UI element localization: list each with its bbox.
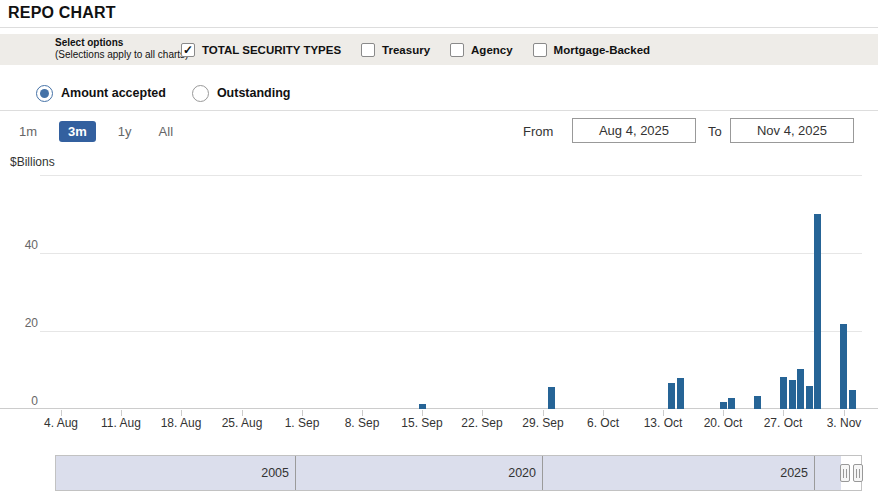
y-tick-label: 0 bbox=[8, 394, 38, 408]
range-button-row: 1m3m1yAll bbox=[14, 119, 178, 144]
select-options-line2: (Selections apply to all charts) bbox=[55, 49, 188, 61]
radio-label: Amount accepted bbox=[61, 86, 166, 100]
y-tick-label: 40 bbox=[8, 238, 38, 252]
radio-dot bbox=[40, 89, 49, 98]
x-axis-labels: 4. Aug11. Aug18. Aug25. Aug1. Sep8. Sep1… bbox=[0, 416, 878, 432]
navigator-handle-right[interactable] bbox=[853, 464, 863, 482]
checkbox-box[interactable] bbox=[533, 43, 547, 57]
navigator-year-label: 2020 bbox=[476, 456, 536, 490]
bar[interactable] bbox=[728, 398, 735, 409]
range-button-all[interactable]: All bbox=[154, 121, 178, 142]
gridline-40 bbox=[40, 253, 862, 254]
checkbox-agency[interactable]: Agency bbox=[450, 43, 513, 57]
x-tick-label: 15. Sep bbox=[401, 416, 442, 430]
bar[interactable] bbox=[840, 324, 847, 409]
gridline-60 bbox=[40, 175, 862, 176]
gridline-20 bbox=[40, 331, 862, 332]
bar[interactable] bbox=[806, 386, 813, 409]
x-tick-label: 6. Oct bbox=[587, 416, 619, 430]
to-label: To bbox=[708, 124, 722, 139]
series-toggle-row: Amount acceptedOutstanding bbox=[36, 81, 291, 105]
navigator-year-divider bbox=[542, 456, 543, 490]
checkbox-label: TOTAL SECURITY TYPES bbox=[202, 44, 341, 56]
bar[interactable] bbox=[814, 214, 821, 409]
bar[interactable] bbox=[720, 402, 727, 409]
divider bbox=[0, 27, 878, 28]
x-tick-label: 18. Aug bbox=[161, 416, 202, 430]
select-options-label: Select options (Selections apply to all … bbox=[55, 37, 188, 61]
x-tick-label: 29. Sep bbox=[522, 416, 563, 430]
navigator-year-label: 2025 bbox=[748, 456, 808, 490]
options-bar: Select options (Selections apply to all … bbox=[0, 34, 878, 65]
x-tick-label: 3. Nov bbox=[827, 416, 862, 430]
checkbox-box[interactable] bbox=[450, 43, 464, 57]
repo-chart-page: REPO CHART Select options (Selections ap… bbox=[0, 0, 878, 497]
handle-grip bbox=[843, 469, 844, 478]
checkbox-label: Mortgage-Backed bbox=[554, 44, 651, 56]
navigator-handle-left[interactable] bbox=[840, 464, 850, 482]
x-tick-label: 20. Oct bbox=[704, 416, 743, 430]
from-date-input[interactable] bbox=[572, 118, 696, 143]
navigator-year-label: 2005 bbox=[229, 456, 289, 490]
radio-outstanding[interactable]: Outstanding bbox=[192, 85, 291, 102]
bar-chart-plot-area: 40200 bbox=[0, 175, 878, 409]
x-tick-label: 11. Aug bbox=[101, 416, 141, 430]
radio-amount-accepted[interactable]: Amount accepted bbox=[36, 85, 166, 102]
checkbox-box[interactable] bbox=[361, 43, 375, 57]
range-button-1m[interactable]: 1m bbox=[14, 121, 42, 142]
select-options-line1: Select options bbox=[55, 37, 188, 49]
timeline-navigator: 200520202025 bbox=[55, 455, 862, 491]
bar[interactable] bbox=[419, 404, 426, 409]
bar[interactable] bbox=[548, 387, 555, 409]
y-tick-label: 20 bbox=[8, 316, 38, 330]
range-button-3m[interactable]: 3m bbox=[59, 121, 96, 142]
bar[interactable] bbox=[797, 369, 804, 409]
x-tick-label: 8. Sep bbox=[345, 416, 380, 430]
x-tick-label: 1. Sep bbox=[285, 416, 320, 430]
bar[interactable] bbox=[849, 390, 856, 409]
range-button-1y[interactable]: 1y bbox=[113, 121, 137, 142]
radio-circle[interactable] bbox=[192, 85, 209, 102]
checkbox-label: Treasury bbox=[382, 44, 430, 56]
radio-label: Outstanding bbox=[217, 86, 291, 100]
checkbox-label: Agency bbox=[471, 44, 513, 56]
security-type-checkbox-row: ✓TOTAL SECURITY TYPESTreasuryAgencyMortg… bbox=[181, 34, 650, 65]
handle-grip bbox=[856, 469, 857, 478]
checkbox-total-security-types[interactable]: ✓TOTAL SECURITY TYPES bbox=[181, 43, 341, 57]
x-tick-label: 4. Aug bbox=[44, 416, 78, 430]
x-tick-label: 27. Oct bbox=[764, 416, 803, 430]
to-date-input[interactable] bbox=[730, 118, 854, 143]
handle-grip bbox=[859, 469, 860, 478]
bar[interactable] bbox=[754, 396, 761, 409]
y-axis-title: $Billions bbox=[10, 155, 55, 169]
divider bbox=[0, 110, 878, 111]
radio-circle[interactable] bbox=[36, 85, 53, 102]
bar[interactable] bbox=[677, 378, 684, 409]
x-tick-label: 25. Aug bbox=[222, 416, 263, 430]
navigator-mask[interactable] bbox=[56, 456, 841, 490]
navigator-year-divider bbox=[814, 456, 815, 490]
page-title: REPO CHART bbox=[8, 4, 116, 22]
checkbox-treasury[interactable]: Treasury bbox=[361, 43, 430, 57]
navigator-year-divider bbox=[295, 456, 296, 490]
from-label: From bbox=[523, 124, 553, 139]
bar[interactable] bbox=[789, 380, 796, 409]
x-tick-label: 22. Sep bbox=[461, 416, 502, 430]
bar[interactable] bbox=[780, 377, 787, 409]
bar[interactable] bbox=[668, 383, 675, 409]
checkbox-box[interactable]: ✓ bbox=[181, 43, 195, 57]
checkbox-mortgage-backed[interactable]: Mortgage-Backed bbox=[533, 43, 651, 57]
handle-grip bbox=[846, 469, 847, 478]
x-tick-label: 13. Oct bbox=[644, 416, 683, 430]
